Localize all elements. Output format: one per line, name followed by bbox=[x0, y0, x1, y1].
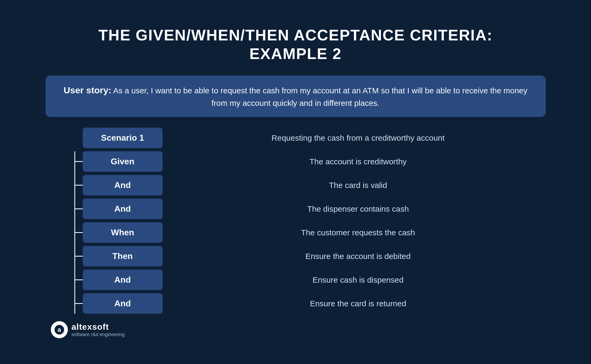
description-5: Ensure cash is dispensed bbox=[171, 271, 546, 289]
svg-text:a: a bbox=[57, 326, 61, 333]
logo-area: a altexsoft software r&d engineering bbox=[46, 321, 546, 338]
description-6: Ensure the card is returned bbox=[171, 294, 546, 313]
description-1: The card is valid bbox=[171, 176, 546, 195]
page-title: THE GIVEN/WHEN/THEN ACCEPTANCE CRITERIA:… bbox=[46, 26, 546, 63]
scenario-button: Scenario 1 bbox=[83, 128, 163, 148]
scenario-row: Scenario 1 Requesting the cash from a cr… bbox=[83, 128, 546, 148]
keyword-given-0: Given bbox=[83, 151, 163, 172]
keyword-and-5: And bbox=[83, 270, 163, 290]
criteria-row-3: WhenThe customer requests the cash bbox=[83, 222, 546, 243]
criteria-row-6: AndEnsure the card is returned bbox=[83, 293, 546, 314]
user-story-label: User story: bbox=[64, 85, 111, 95]
bracketed-rows: GivenThe account is creditworthyAndThe c… bbox=[67, 151, 546, 314]
company-name: altexsoft bbox=[72, 322, 125, 332]
keyword-when-3: When bbox=[83, 222, 163, 243]
user-story-box: User story: As a user, I want to be able… bbox=[46, 76, 546, 117]
criteria-row-4: ThenEnsure the account is debited bbox=[83, 246, 546, 266]
criteria-row-2: AndThe dispenser contains cash bbox=[83, 199, 546, 219]
criteria-row-1: AndThe card is valid bbox=[83, 175, 546, 195]
keyword-and-1: And bbox=[83, 175, 163, 195]
keyword-then-4: Then bbox=[83, 246, 163, 266]
tagline: software r&d engineering bbox=[72, 332, 125, 337]
main-container: THE GIVEN/WHEN/THEN ACCEPTANCE CRITERIA:… bbox=[30, 15, 562, 349]
logo-icon: a bbox=[51, 321, 68, 338]
keyword-and-2: And bbox=[83, 199, 163, 219]
description-2: The dispenser contains cash bbox=[171, 200, 546, 218]
criteria-row-0: GivenThe account is creditworthy bbox=[83, 151, 546, 172]
user-story-text: As a user, I want to be able to request … bbox=[111, 86, 527, 107]
keyword-and-6: And bbox=[83, 293, 163, 314]
logo-text: altexsoft software r&d engineering bbox=[72, 322, 125, 337]
description-3: The customer requests the cash bbox=[171, 223, 546, 242]
scenario-description: Requesting the cash from a creditworthy … bbox=[171, 129, 546, 147]
description-0: The account is creditworthy bbox=[171, 152, 546, 171]
criteria-row-5: AndEnsure cash is dispensed bbox=[83, 270, 546, 290]
description-4: Ensure the account is debited bbox=[171, 247, 546, 266]
